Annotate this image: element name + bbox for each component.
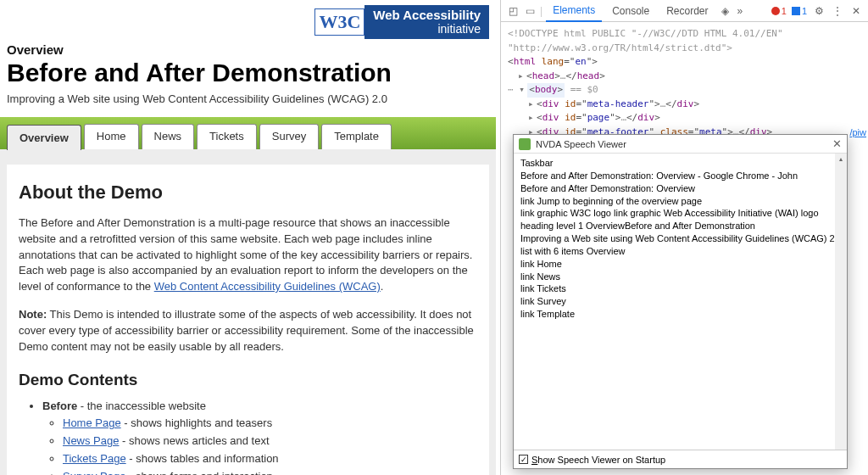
content-area: About the Demo The Before and After Demo… (0, 149, 496, 475)
list-item: News Page - shows news articles and text (63, 433, 477, 450)
nvda-body: Taskbar Before and After Demonstration: … (514, 154, 847, 450)
about-heading: About the Demo (19, 182, 477, 204)
devtools-tab-recorder[interactable]: Recorder (659, 1, 715, 21)
tab-tickets[interactable]: Tickets (197, 124, 257, 149)
device-icon[interactable]: ▭ (523, 4, 537, 18)
devtools-tab-console[interactable]: Console (605, 1, 656, 21)
nvda-line: link Jump to beginning of the overview p… (520, 195, 840, 208)
nvda-footer: ✓ Show Speech Viewer on Startup (514, 450, 847, 468)
nvda-line: heading level 1 OverviewBefore and After… (520, 220, 840, 232)
inspect-icon[interactable]: ◰ (506, 4, 520, 18)
source-link[interactable]: /piw (849, 127, 866, 137)
nvda-speech-viewer[interactable]: NVDA Speech Viewer ✕ Taskbar Before and … (513, 134, 848, 469)
preview-icon[interactable]: ◈ (719, 4, 732, 18)
tab-strip: Overview Home News Tickets Survey Templa… (0, 117, 496, 149)
demo-contents-heading: Demo Contents (19, 371, 477, 389)
nvda-line: Taskbar (520, 157, 840, 170)
logo-row: W3C Web Accessibility initiative (7, 5, 489, 39)
content-box: About the Demo The Before and After Demo… (7, 165, 489, 475)
gear-icon[interactable]: ⚙ (812, 4, 826, 18)
tab-news[interactable]: News (142, 124, 195, 149)
scroll-up-icon[interactable]: ▴ (835, 154, 847, 165)
nvda-line: link Tickets (520, 282, 840, 295)
dom-div[interactable]: ▸<div id="meta-header">…</div> (508, 98, 861, 112)
webpage-pane: W3C Web Accessibility initiative Overvie… (0, 0, 496, 475)
wcag-link[interactable]: Web Content Accessibility Guidelines (WC… (154, 280, 381, 293)
error-badge[interactable]: 1 (771, 6, 787, 16)
tickets-page-link[interactable]: Tickets Page (63, 452, 126, 465)
nvda-line: list with 6 items Overview (520, 245, 840, 258)
scrollbar[interactable]: ▴ (835, 154, 847, 450)
list-item: Survey Page - shows forms and interactio… (63, 468, 477, 475)
nvda-line: link News (520, 271, 840, 283)
page-subtitle: Improving a Web site using Web Content A… (7, 92, 489, 105)
kebab-icon[interactable]: ⋮ (831, 4, 844, 18)
dom-body[interactable]: ⋯ ▾<body> == $0 (508, 83, 861, 98)
tab-home[interactable]: Home (84, 124, 139, 149)
dom-doctype[interactable]: <!DOCTYPE html PUBLIC "-//W3C//DTD HTML … (508, 27, 861, 42)
note-paragraph: Note: This Demo is intended to illustrat… (19, 307, 477, 355)
note-text: This Demo is intended to illustrate some… (19, 308, 474, 353)
dom-div[interactable]: ▸<div id="page">…</div> (508, 111, 861, 126)
startup-checkbox[interactable]: ✓ (519, 455, 528, 464)
nvda-line: Before and After Demonstration: Overview… (520, 170, 840, 182)
nvda-line: link graphic W3C logo link graphic Web A… (520, 207, 840, 220)
wai-line1: Web Accessibility (373, 8, 481, 23)
before-sublist: Home Page - shows highlights and teasers… (42, 415, 477, 475)
news-page-link[interactable]: News Page (63, 434, 119, 447)
overview-label: Overview (7, 42, 489, 57)
demo-list: Before - the inaccessible website Home P… (19, 398, 477, 475)
home-page-link[interactable]: Home Page (63, 416, 121, 429)
nvda-line: Improving a Web site using Web Content A… (520, 232, 840, 245)
before-label: Before (42, 400, 77, 412)
nvda-line: Before and After Demonstration: Overview (520, 182, 840, 195)
logo-block[interactable]: W3C Web Accessibility initiative (314, 5, 489, 39)
close-icon[interactable]: ✕ (849, 4, 863, 18)
close-icon[interactable]: ✕ (832, 137, 842, 150)
nvda-titlebar[interactable]: NVDA Speech Viewer ✕ (514, 135, 847, 154)
survey-page-link[interactable]: Survey Page (63, 470, 125, 475)
before-desc: - the inaccessible website (77, 400, 206, 412)
dom-head[interactable]: ▸<head>…</head> (508, 70, 861, 84)
dom-doctype[interactable]: "http://www.w3.org/TR/html4/strict.dtd"> (508, 42, 861, 56)
wai-logo[interactable]: Web Accessibility initiative (364, 5, 489, 39)
nvda-line: link Home (520, 258, 840, 271)
list-item: Tickets Page - shows tables and informat… (63, 450, 477, 468)
nvda-icon (519, 138, 531, 150)
dom-html[interactable]: <html lang="en"> (508, 55, 861, 70)
devtools-toolbar: ◰ ▭ | Elements Console Recorder ◈ » 1 1 … (501, 0, 868, 22)
tab-survey[interactable]: Survey (259, 124, 319, 149)
w3c-logo[interactable]: W3C (314, 8, 364, 36)
list-item: Home Page - shows highlights and teasers (63, 415, 477, 433)
nvda-line: link Survey (520, 295, 840, 308)
footer-label[interactable]: Show Speech Viewer on Startup (531, 455, 665, 465)
nvda-line: link Template (520, 308, 840, 321)
page-header: W3C Web Accessibility initiative Overvie… (0, 0, 496, 105)
page-title: Before and After Demonstration (7, 59, 489, 87)
info-badge[interactable]: 1 (792, 6, 807, 16)
devtools-tab-elements[interactable]: Elements (546, 0, 602, 22)
about-paragraph: The Before and After Demonstration is a … (19, 215, 477, 295)
note-label: Note: (19, 308, 47, 321)
nvda-title-text: NVDA Speech Viewer (536, 139, 626, 149)
list-item-before: Before - the inaccessible website Home P… (42, 398, 477, 475)
tab-overview[interactable]: Overview (7, 125, 81, 150)
tab-template[interactable]: Template (321, 124, 392, 149)
more-tabs-icon[interactable]: » (737, 5, 743, 17)
wai-line2: initiative (373, 23, 481, 36)
